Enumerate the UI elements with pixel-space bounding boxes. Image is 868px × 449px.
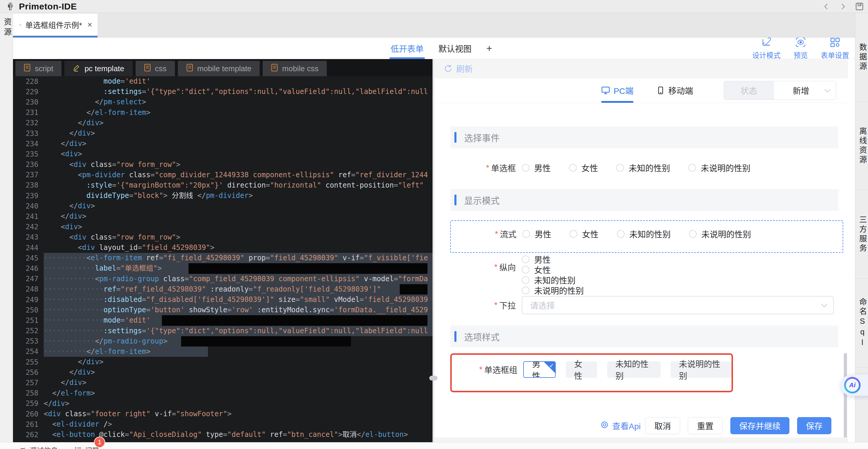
code-text: <div> (44, 222, 433, 232)
ruler-pencil-icon (761, 37, 772, 49)
radio-option[interactable]: 男性 (522, 228, 551, 240)
tab-mobile[interactable]: 移动端 (656, 78, 693, 103)
pencil-icon (73, 64, 80, 74)
file-icon (144, 64, 151, 74)
radio-circle-icon[interactable] (522, 230, 530, 238)
radio-circle-icon[interactable] (522, 164, 529, 172)
editor-tab-label: mobile template (197, 64, 252, 73)
section-title: 显示模式 (464, 193, 500, 206)
toolbar-actions: 设计模式预览表单设置 (752, 37, 849, 59)
radio-option[interactable]: 女性 (569, 228, 598, 240)
ai-assistant-button[interactable]: Ai (841, 375, 868, 396)
selected-component-outline: *流式男性女性未知的性别未说明的性别 (450, 220, 843, 253)
ai-ring-icon: Ai (844, 377, 861, 393)
button-取消[interactable]: 取消 (645, 417, 680, 434)
radio-option-label: 女性 (582, 228, 598, 240)
radio-circle-icon[interactable] (689, 230, 696, 238)
sidebar-item-resources[interactable]: 资源 (0, 18, 13, 38)
panel-sections: 选择事件*单选框男性女性未知的性别未说明的性别显示模式*流式男性女性未知的性别未… (450, 103, 838, 434)
radio-option[interactable]: 女性 (569, 162, 598, 174)
radio-circle-icon[interactable] (522, 287, 529, 294)
required-asterisk: * (479, 365, 483, 374)
radio-circle-icon[interactable] (688, 164, 696, 172)
line-number: 243 (13, 233, 44, 241)
nav-forward-icon[interactable] (838, 2, 847, 11)
dropdown-select[interactable]: 请选择 (522, 296, 834, 314)
close-icon[interactable]: × (88, 21, 92, 29)
radio-option[interactable]: 男性 (522, 162, 551, 174)
section-title: 选择事件 (464, 131, 500, 144)
code-text: :settings='{"type":"dict","options":null… (44, 87, 433, 97)
radio-button-option[interactable]: 未说明的性别 (671, 361, 732, 378)
tab-default-view[interactable]: 默认视图 (438, 37, 471, 59)
radio-option[interactable]: 女性 (522, 264, 584, 275)
primary-button-保存并继续[interactable]: 保存并继续 (730, 417, 789, 434)
editor-body[interactable]: 228 mode='edit'229 :settings='{"type":"d… (13, 73, 433, 440)
line-number: 234 (13, 140, 44, 148)
form-field-row: *流式男性女性未知的性别未说明的性别 (451, 226, 843, 242)
line-number: 246 (13, 264, 44, 272)
code-line: 249··············:disabled="f_disabled['… (13, 294, 433, 305)
radio-circle-icon[interactable] (522, 256, 529, 263)
radio-option[interactable]: 未知的性别 (616, 162, 670, 174)
radio-button-option[interactable]: 女性 (566, 361, 597, 378)
radio-option[interactable]: 未知的性别 (522, 275, 584, 285)
button-重置[interactable]: 重置 (688, 417, 723, 434)
code-line-content: </div> (44, 378, 433, 388)
code-line: 242 <div> (13, 222, 433, 232)
document-tab[interactable]: 单选框组件示例* × (13, 13, 97, 36)
section-accent-bar (454, 331, 457, 342)
editor-tab-label: mobile css (282, 64, 318, 73)
status-select[interactable]: 状态 新增 (724, 81, 836, 100)
radio-option-label: 女性 (534, 264, 551, 276)
code-line: 261 <el-divider /> (13, 419, 433, 429)
sidebar-item-命名Sql[interactable]: 命名Sql (855, 279, 868, 367)
add-view-button[interactable]: + (486, 42, 492, 54)
radio-circle-icon[interactable] (569, 230, 577, 238)
form-field-row: *单选框组男性✓女性未知的性别未说明的性别 (452, 361, 732, 378)
tab-pc[interactable]: PC端 (601, 78, 633, 103)
code-line: 233 </div> (13, 128, 433, 138)
radio-circle-icon[interactable] (617, 230, 625, 238)
splitter-grip-handle[interactable] (429, 376, 438, 381)
line-number: 251 (13, 316, 44, 325)
nav-back-icon[interactable] (822, 2, 831, 11)
code-line-content: </div> (44, 211, 433, 222)
code-line: 237 <pm-divider class="comp_divider_1244… (13, 170, 433, 180)
sidebar-item-数据源[interactable]: 数据源 (855, 13, 868, 102)
radio-button-option[interactable]: 未知的性别 (607, 361, 660, 378)
view-api-link[interactable]: 查看Api (600, 420, 641, 431)
radio-button-option[interactable]: 男性✓ (523, 361, 556, 378)
status-select-label: 状态 (724, 81, 774, 100)
radio-circle-icon[interactable] (522, 266, 529, 274)
radio-circle-icon[interactable] (522, 276, 529, 284)
code-text: <el-divider /> (44, 419, 433, 429)
radio-option[interactable]: 未说明的性别 (522, 285, 584, 295)
monitor-icon (601, 86, 610, 95)
tab-lowcode-form[interactable]: 低开表单 (391, 37, 424, 59)
debug-info-button[interactable]: 调试信息 (19, 445, 58, 449)
radio-circle-icon[interactable] (569, 164, 577, 172)
radio-option[interactable]: 未说明的性别 (689, 228, 751, 240)
toolbar-action-preview[interactable]: 预览 (794, 37, 808, 60)
panel-scrollbar[interactable] (844, 353, 847, 442)
radio-option[interactable]: 未知的性别 (617, 228, 671, 240)
toolbar-action-form-settings[interactable]: 表单设置 (821, 37, 849, 60)
line-number: 261 (13, 420, 44, 428)
code-line-content: ··············optionType='button' showSt… (44, 305, 433, 315)
primary-button-保存[interactable]: 保存 (797, 417, 831, 434)
line-number: 241 (13, 213, 44, 221)
code-line-content: <div> (44, 149, 433, 159)
radio-option[interactable]: 未说明的性别 (688, 162, 750, 174)
sidebar-item-三方服务[interactable]: 三方服务 (855, 190, 868, 279)
line-number: 228 (13, 77, 44, 86)
radio-circle-icon[interactable] (616, 164, 624, 172)
refresh-button[interactable]: 刷新 (444, 63, 473, 74)
toolbar-action-design-mode[interactable]: 设计模式 (752, 37, 780, 60)
code-line-content: ············</pm-radio-group> (44, 336, 433, 347)
save-icon[interactable] (855, 2, 864, 11)
code-line-content: <div class="row form_row"> (44, 232, 433, 243)
radio-option[interactable]: 男性 (522, 254, 584, 264)
sidebar-item-离线资源[interactable]: 离线资源 (855, 102, 868, 190)
code-text: ··············:disabled="f_disabled['fie… (44, 294, 433, 305)
